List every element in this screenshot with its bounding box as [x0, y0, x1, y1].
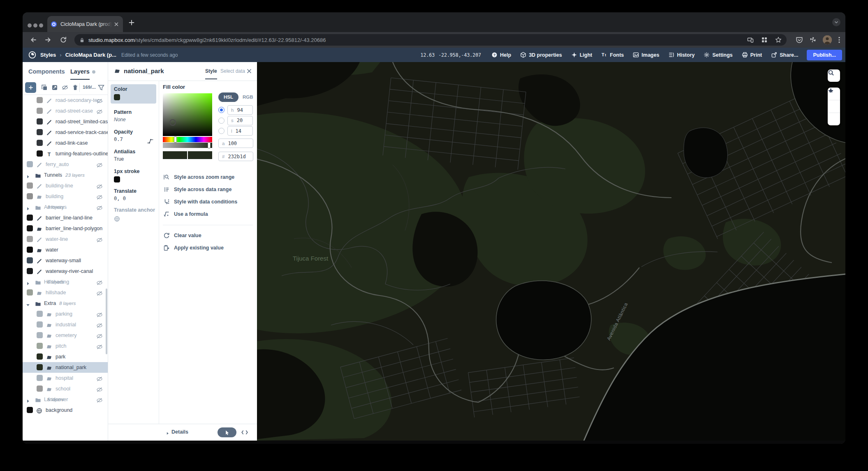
tab-select-data[interactable]: Select data	[220, 68, 245, 74]
property-opacity[interactable]: Opacity0.7	[111, 127, 156, 142]
action-style-with-data-conditions[interactable]: Style with data conditions	[163, 199, 237, 205]
back-icon[interactable]	[30, 36, 37, 44]
tab-style[interactable]: Style	[205, 68, 217, 79]
toolbar-item-help[interactable]: ?Help	[487, 52, 516, 58]
layer-actions-icon[interactable]	[51, 84, 58, 91]
property-color[interactable]: Color	[111, 84, 156, 104]
layer-row-industrial[interactable]: industrial	[23, 319, 108, 330]
layer-row-waterway-river-canal[interactable]: waterway-river-canal	[23, 266, 108, 277]
caret-down-icon[interactable]	[25, 301, 30, 306]
layer-row-background[interactable]: background	[23, 405, 108, 416]
layer-row-park[interactable]: park	[23, 351, 108, 362]
tab-layers[interactable]: Layers	[70, 68, 90, 80]
style-name[interactable]: CicloMapa Dark (p...	[65, 52, 116, 58]
alpha-input[interactable]: a 100	[218, 139, 253, 148]
visibility-hidden-icon[interactable]	[96, 108, 103, 114]
property-pattern[interactable]: PatternNone	[111, 107, 156, 122]
channel-input-h[interactable]: h94	[227, 105, 253, 115]
delete-layer-icon[interactable]	[72, 84, 79, 91]
layer-row-hillshade[interactable]: hillshade	[23, 287, 108, 298]
toolbar-item-history[interactable]: History	[664, 52, 699, 58]
map-canvas[interactable]: Tijuca Forest Avenida Atlântica	[257, 62, 845, 441]
visibility-hidden-icon[interactable]	[96, 182, 103, 189]
window-zoom-button[interactable]	[39, 23, 43, 28]
duplicate-layer-icon[interactable]	[41, 84, 48, 91]
tab-groups-icon[interactable]	[761, 37, 768, 43]
layer-row-road-secondary-ter-[interactable]: road-secondary-ter...	[23, 95, 108, 106]
tab-close-icon[interactable]	[113, 21, 120, 28]
color-picker-area[interactable]	[163, 93, 212, 136]
caret-right-icon[interactable]	[25, 173, 30, 178]
channel-radio-h[interactable]	[218, 107, 225, 113]
layer-row-school[interactable]: school	[23, 383, 108, 394]
visibility-hidden-icon[interactable]	[96, 279, 103, 285]
toolbar-item-print[interactable]: Print	[737, 52, 766, 58]
property-translate[interactable]: Translate0, 0	[111, 186, 156, 201]
mode-hsl-button[interactable]: HSL	[218, 92, 238, 102]
window-minimize-button[interactable]	[33, 23, 37, 28]
layer-row-water-line[interactable]: water-line	[23, 234, 108, 245]
send-to-device-icon[interactable]	[747, 37, 754, 43]
toolbar-item-share[interactable]: Share...	[766, 52, 803, 58]
layer-row-parking[interactable]: parking	[23, 309, 108, 319]
layer-row-road-link-case[interactable]: road-link-case	[23, 138, 108, 148]
caret-right-icon[interactable]	[25, 397, 30, 402]
tab-search-button[interactable]	[832, 18, 840, 26]
layer-row-water[interactable]: water	[23, 245, 108, 255]
details-toggle[interactable]: Details	[171, 429, 188, 435]
toolbar-item-images[interactable]: Images	[628, 52, 664, 58]
color-picker-cursor[interactable]	[169, 119, 176, 126]
action-apply-existing-value[interactable]: Apply existing value	[163, 245, 224, 251]
breadcrumb-styles[interactable]: Styles	[40, 52, 56, 58]
layer-row-cemetery[interactable]: cemetery	[23, 330, 108, 341]
layer-row-waterway-small[interactable]: waterway-small	[23, 255, 108, 266]
pocket-icon[interactable]	[796, 36, 803, 44]
compass-button[interactable]	[828, 113, 840, 125]
visibility-hidden-icon[interactable]	[96, 332, 103, 339]
action-style-across-zoom-range[interactable]: Style across zoom range	[163, 174, 234, 180]
visibility-hidden-icon[interactable]	[96, 289, 103, 296]
visibility-hidden-icon[interactable]	[96, 161, 103, 168]
zoom-out-button[interactable]	[828, 100, 840, 113]
window-close-button[interactable]	[28, 23, 32, 28]
visibility-hidden-icon[interactable]	[96, 97, 103, 104]
layer-row-road-service-track-case[interactable]: road-service-track-case	[23, 127, 108, 138]
extensions-puzzle-icon[interactable]	[809, 36, 817, 44]
layer-row-landcover[interactable]: Landcover5 layers	[23, 394, 108, 405]
toolbar-item-light[interactable]: Light	[567, 52, 597, 58]
details-caret-icon[interactable]	[165, 430, 170, 434]
layer-row-pitch[interactable]: pitch	[23, 341, 108, 351]
channel-radio-l[interactable]	[218, 128, 225, 134]
caret-right-icon[interactable]	[25, 205, 30, 210]
visibility-hidden-icon[interactable]	[96, 311, 103, 317]
channel-input-l[interactable]: l14	[227, 126, 253, 136]
filter-funnel-icon[interactable]	[98, 84, 104, 91]
hue-slider-handle[interactable]	[174, 136, 177, 143]
alpha-slider-handle[interactable]	[208, 142, 211, 148]
toolbar-item-settings[interactable]: Settings	[699, 52, 737, 58]
code-view-icon[interactable]	[241, 429, 248, 436]
add-layer-button[interactable]	[25, 82, 36, 93]
hue-slider[interactable]	[163, 137, 212, 142]
channel-radio-s[interactable]	[218, 118, 225, 124]
layer-row-building-line[interactable]: building-line	[23, 180, 108, 191]
layer-filter-count[interactable]: 169/...	[83, 85, 96, 90]
sidebar-scrollbar[interactable]	[106, 289, 107, 354]
cursor-mode-toggle[interactable]	[218, 427, 236, 437]
action-use-a-formula[interactable]: Use a formula	[163, 211, 208, 217]
new-tab-button[interactable]	[128, 19, 135, 26]
visibility-hidden-icon[interactable]	[96, 321, 103, 328]
bookmark-star-icon[interactable]	[775, 37, 782, 43]
publish-button[interactable]: Publish...	[807, 50, 842, 60]
toggle-visibility-icon[interactable]	[62, 84, 68, 91]
visibility-hidden-icon[interactable]	[96, 193, 103, 200]
visibility-hidden-icon[interactable]	[96, 396, 103, 403]
forward-icon[interactable]	[44, 36, 51, 44]
mode-rgb-button[interactable]: RGB	[243, 95, 253, 99]
visibility-hidden-icon[interactable]	[96, 236, 103, 242]
browser-menu-kebab-icon[interactable]	[836, 36, 843, 44]
browser-tab[interactable]: CicloMapa Dark (prod) | Mapbo	[47, 16, 123, 32]
layer-row-road-street_limited-case[interactable]: road-street_limited-case	[23, 116, 108, 127]
layer-row-building[interactable]: building	[23, 191, 108, 202]
layer-row-barrier_line-land-line[interactable]: barrier_line-land-line	[23, 212, 108, 223]
